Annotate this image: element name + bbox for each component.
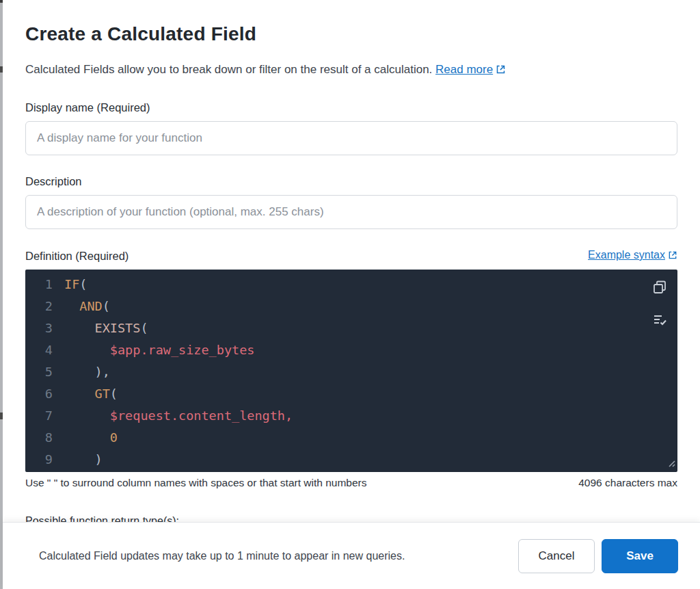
code-line: 3 EXISTS( [25,317,677,339]
resize-grip-icon[interactable] [667,456,675,470]
code-line: 2 AND( [25,296,677,317]
example-syntax-link[interactable]: Example syntax [588,249,665,261]
character-limit-text: 4096 characters max [578,477,677,489]
display-name-field-block: Display name (Required) [25,101,677,155]
line-number: 6 [25,383,53,405]
save-button[interactable]: Save [602,539,678,573]
cancel-button[interactable]: Cancel [518,539,595,573]
external-link-icon [668,250,677,263]
definition-helper-row: Use " " to surround column names with sp… [25,477,677,489]
footer-note: Calculated Field updates may take up to … [39,550,518,562]
code-line: 4 $app.raw_size_bytes [25,339,677,361]
line-number: 7 [25,405,53,427]
line-number: 1 [25,274,53,296]
page-title: Create a Calculated Field [25,23,677,45]
editor-toolbar [651,278,669,329]
description-field-block: Description [25,175,677,229]
definition-editor-lines: 1IF(2 AND(3 EXISTS(4 $app.raw_size_bytes… [25,274,677,471]
line-number: 5 [25,361,53,383]
create-calculated-field-modal: Create a Calculated Field Calculated Fie… [3,0,700,589]
modal-footer: Calculated Field updates may take up to … [3,522,700,589]
definition-helper-text: Use " " to surround column names with sp… [25,477,366,489]
line-number: 8 [25,427,53,449]
code-line: 1IF( [25,274,677,296]
description-label: Description [25,175,677,188]
definition-label: Definition (Required) [25,250,129,263]
validate-list-icon[interactable] [651,311,669,329]
read-more-link[interactable]: Read more [435,63,493,76]
line-number: 4 [25,339,53,361]
line-number: 3 [25,317,53,339]
code-line: 7 $request.content_length, [25,405,677,427]
line-number: 9 [25,449,53,471]
description-input[interactable] [25,195,677,229]
copy-icon[interactable] [651,278,669,296]
definition-header: Definition (Required) Example syntax [25,249,677,263]
intro-text-body: Calculated Fields allow you to break dow… [25,63,432,76]
display-name-input[interactable] [25,121,677,155]
code-line: 5 ), [25,361,677,383]
code-line: 9 ) [25,449,677,471]
display-name-label: Display name (Required) [25,101,677,114]
code-line: 6 GT( [25,383,677,405]
definition-editor[interactable]: 1IF(2 AND(3 EXISTS(4 $app.raw_size_bytes… [25,270,677,472]
code-line: 8 0 [25,427,677,449]
intro-text: Calculated Fields allow you to break dow… [25,63,677,78]
external-link-icon [496,64,506,78]
example-syntax-wrap: Example syntax [588,249,677,263]
line-number: 2 [25,296,53,317]
